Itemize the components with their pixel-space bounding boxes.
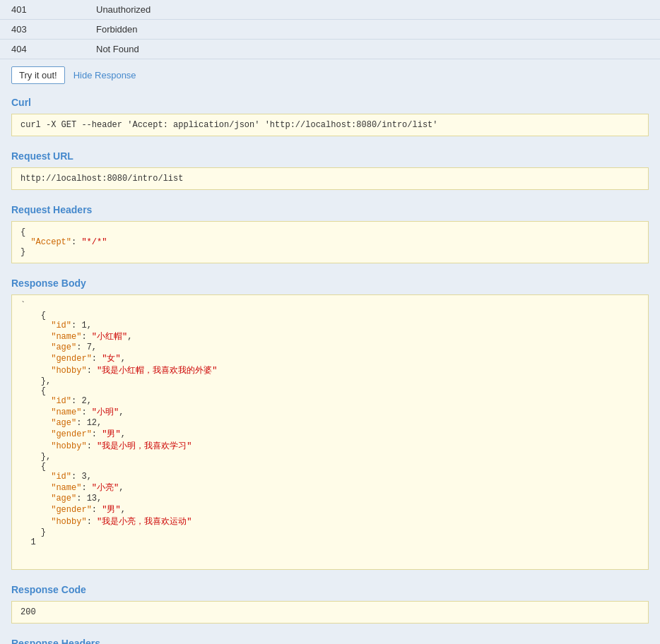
request-headers-value: { "Accept": "*/*" } — [11, 221, 649, 263]
table-row-403: 403 Forbidden — [0, 20, 660, 40]
status-code-401: 401 — [0, 0, 85, 20]
response-code-label: Response Code — [0, 578, 660, 598]
response-body-value[interactable]: ` { "id": 1, "name": "小红帽", "age": 7, "g… — [11, 294, 649, 570]
curl-value: curl -X GET --header 'Accept: applicatio… — [11, 114, 649, 136]
table-row-401: 401 Unauthorized — [0, 0, 660, 20]
request-headers-label: Request Headers — [0, 198, 660, 218]
page-container: 401 Unauthorized 403 Forbidden 404 Not F… — [0, 0, 660, 644]
response-body-label: Response Body — [0, 272, 660, 292]
status-code-403: 403 — [0, 20, 85, 40]
response-code-value: 200 — [11, 601, 649, 624]
status-desc-403: Forbidden — [85, 20, 660, 40]
try-it-button[interactable]: Try it out! — [11, 66, 65, 84]
status-code-404: 404 — [0, 40, 85, 59]
table-row-404: 404 Not Found — [0, 40, 660, 59]
try-it-bar: Try it out! Hide Response — [0, 59, 660, 91]
curl-label: Curl — [0, 91, 660, 111]
status-desc-404: Not Found — [85, 40, 660, 59]
status-desc-401: Unauthorized — [85, 0, 660, 20]
response-headers-label: Response Headers — [0, 632, 660, 644]
request-url-label: Request URL — [0, 145, 660, 165]
hide-response-link[interactable]: Hide Response — [73, 70, 136, 80]
status-table: 401 Unauthorized 403 Forbidden 404 Not F… — [0, 0, 660, 59]
request-url-value: http://localhost:8080/intro/list — [11, 167, 649, 190]
